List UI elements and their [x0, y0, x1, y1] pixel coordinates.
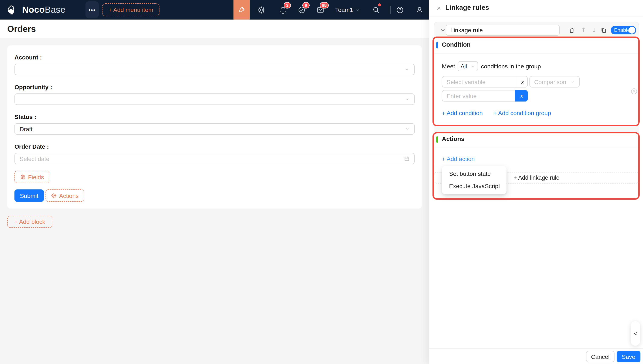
- orders-form-block: Account : Opportunity : Status : Draft O…: [7, 46, 422, 208]
- team-label: Team1: [335, 6, 353, 13]
- duplicate-rule-copy-icon[interactable]: [600, 26, 607, 34]
- chevron-down-icon: [405, 97, 409, 102]
- nocobase-logo-icon[interactable]: [6, 4, 18, 15]
- field-label-status: Status :: [15, 114, 36, 120]
- chevron-down-icon: [471, 64, 475, 68]
- settings-gear-icon[interactable]: [255, 0, 267, 20]
- section-divider: [434, 54, 639, 54]
- chevron-down-icon: [355, 8, 360, 12]
- add-condition-link[interactable]: + Add condition: [442, 110, 483, 116]
- save-button[interactable]: Save: [617, 351, 640, 362]
- menu-item-execute-javascript[interactable]: Execute JavaScript: [442, 180, 507, 192]
- brand-text: NocoBase: [22, 0, 66, 20]
- actions-title: Actions: [442, 136, 464, 142]
- drawer-header: × Linkage rules: [429, 0, 643, 17]
- brand-noco: Noco: [22, 5, 45, 15]
- cancel-button[interactable]: Cancel: [586, 351, 614, 362]
- condition-accent-bar: [436, 42, 438, 48]
- header-divider: [390, 6, 391, 14]
- chevron-left-icon: <: [634, 330, 637, 336]
- order-date-picker[interactable]: Select date: [15, 153, 415, 164]
- chevron-down-icon: [405, 67, 409, 72]
- messages-badge: 98: [320, 2, 329, 8]
- field-label-account: Account :: [15, 54, 42, 61]
- gear-icon: [20, 174, 26, 180]
- page-title-bar: Orders: [0, 20, 429, 38]
- page-title: Orders: [0, 20, 429, 38]
- collapse-chevron-down-icon[interactable]: [439, 27, 446, 34]
- actions-section: Actions + Add action: [434, 133, 639, 167]
- opportunity-select[interactable]: [15, 94, 415, 105]
- toggle-knob: [628, 27, 635, 34]
- condition-section: Condition Meet All conditions in the gro…: [434, 38, 639, 125]
- enable-toggle-label: Enable: [614, 27, 630, 33]
- chevron-down-icon: [571, 80, 575, 84]
- drawer-title: Linkage rules: [445, 4, 489, 12]
- notifications-badge: 3: [284, 2, 291, 8]
- gear-icon: [51, 193, 57, 198]
- account-select[interactable]: [15, 64, 415, 75]
- field-label-order-date: Order Date :: [15, 143, 49, 150]
- rule-name-input[interactable]: [446, 25, 560, 36]
- calendar-icon: [404, 156, 409, 162]
- meet-suffix-label: conditions in the group: [481, 63, 541, 70]
- help-icon[interactable]: [394, 0, 406, 20]
- more-icon: •••: [88, 6, 95, 13]
- delete-rule-trash-icon[interactable]: [568, 26, 575, 34]
- move-up-icon[interactable]: ↑: [580, 26, 587, 34]
- add-action-menu: Set button state Execute JavaScript: [442, 166, 507, 194]
- remove-condition-icon[interactable]: [630, 88, 638, 95]
- tasks-badge: 9: [302, 2, 310, 8]
- chevron-down-icon: [405, 126, 409, 131]
- move-down-icon[interactable]: ↓: [590, 26, 598, 34]
- meet-label: Meet: [442, 63, 455, 70]
- menu-more-button[interactable]: •••: [86, 1, 99, 18]
- highlighter-pen-icon: [238, 6, 245, 14]
- enter-value-input[interactable]: Enter value: [442, 90, 515, 102]
- section-divider: [434, 147, 639, 148]
- condition-title: Condition: [442, 41, 471, 48]
- select-variable-input[interactable]: Select variable: [442, 76, 517, 88]
- add-action-link[interactable]: + Add action: [442, 156, 475, 162]
- add-condition-group-link[interactable]: + Add condition group: [493, 110, 551, 116]
- actions-designer-button[interactable]: Actions: [46, 190, 84, 202]
- meet-all-select[interactable]: All: [458, 61, 478, 71]
- value-x-button-active[interactable]: x: [515, 90, 528, 102]
- main-content: Orders Account : Opportunity : Status : …: [0, 20, 429, 364]
- brand-base: Base: [45, 5, 66, 15]
- add-block-button[interactable]: + Add block: [7, 216, 52, 228]
- fields-designer-button[interactable]: Fields: [15, 171, 50, 183]
- add-menu-item-button[interactable]: + Add menu item: [102, 4, 160, 16]
- actions-accent-bar: [436, 136, 438, 143]
- comparison-select[interactable]: Comparison: [529, 76, 580, 88]
- drawer-collapse-handle[interactable]: <: [631, 321, 640, 346]
- search-notification-dot: [378, 4, 381, 6]
- user-profile-icon[interactable]: [413, 0, 425, 20]
- app-window: NocoBase ••• + Add menu item 3: [0, 0, 643, 364]
- variable-x-button[interactable]: x: [517, 76, 528, 88]
- submit-button[interactable]: Submit: [15, 190, 44, 202]
- ui-editor-button[interactable]: [234, 0, 250, 20]
- search-icon[interactable]: [370, 0, 382, 20]
- linkage-rules-drawer: × Linkage rules ↑ ↓ Enable: [429, 0, 643, 364]
- drawer-footer: Cancel Save: [429, 348, 643, 364]
- team-switcher[interactable]: Team1: [335, 0, 360, 20]
- close-icon[interactable]: ×: [435, 4, 443, 13]
- field-label-opportunity: Opportunity :: [15, 84, 52, 90]
- menu-item-set-button-state[interactable]: Set button state: [442, 168, 507, 180]
- status-select[interactable]: Draft: [15, 123, 415, 135]
- enable-toggle[interactable]: Enable: [611, 26, 636, 34]
